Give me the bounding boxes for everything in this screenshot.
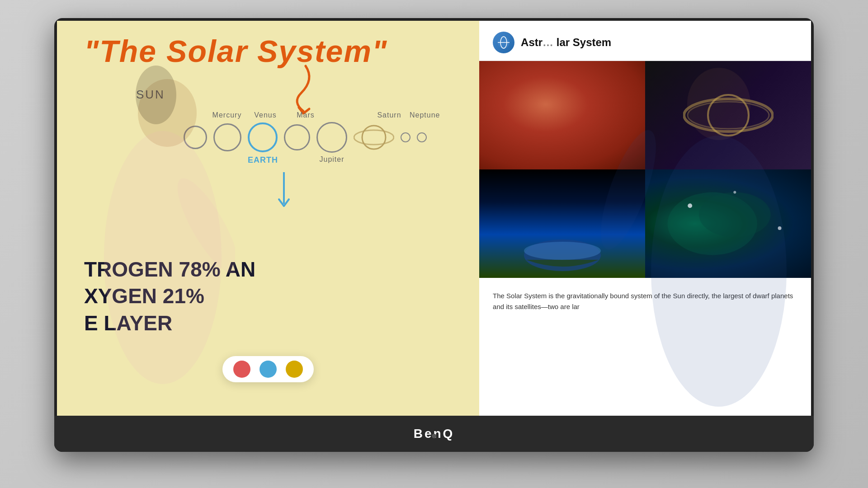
sun-label: Sun <box>136 88 165 102</box>
earth-arrow-svg <box>273 170 295 211</box>
planet-saturn <box>354 124 394 151</box>
article-images-grid <box>479 61 811 278</box>
article-text: The Solar System is the gravitationally … <box>479 278 811 321</box>
planets-circles <box>184 122 475 153</box>
monitor: "The Solar System" Sun Mercury Venus <box>54 18 814 452</box>
whiteboard-panel[interactable]: "The Solar System" Sun Mercury Venus <box>57 21 479 418</box>
text-line-3: E LAYER <box>84 310 255 337</box>
planet-bottom-labels: EARTH Jupiter <box>184 155 475 165</box>
image-red-planet <box>479 61 645 169</box>
planet-uranus <box>417 132 427 142</box>
color-red[interactable] <box>233 361 250 378</box>
planet-mercury <box>184 126 207 149</box>
label-jupiter: Jupiter <box>316 155 347 164</box>
planet-top-labels: Mercury Venus Mars Saturn Neptune <box>184 111 475 119</box>
planet-mars <box>284 124 310 150</box>
svg-point-13 <box>688 203 692 208</box>
planet-venus <box>213 123 241 151</box>
svg-point-7 <box>688 102 769 129</box>
svg-point-1 <box>362 126 386 149</box>
label-earth: EARTH <box>248 155 278 165</box>
article-title-suffix: lar System <box>553 36 611 48</box>
camera-dot <box>432 434 436 438</box>
svg-point-6 <box>684 99 773 131</box>
planet-jupiter <box>316 122 347 153</box>
planet-earth <box>248 122 278 152</box>
monitor-screen: "The Solar System" Sun Mercury Venus <box>57 21 811 418</box>
content-panel: Astr… lar System <box>479 21 811 418</box>
image-saturn <box>645 61 811 169</box>
article-body: The Solar System is the gravitationally … <box>493 291 797 312</box>
planet-neptune <box>401 132 410 142</box>
svg-point-10 <box>524 242 601 260</box>
label-mars: Mars <box>288 111 324 119</box>
article-icon <box>493 32 514 53</box>
svg-point-15 <box>778 226 782 230</box>
label-venus: Venus <box>248 111 283 119</box>
label-mercury: Mercury <box>211 111 243 119</box>
color-yellow[interactable] <box>286 361 303 378</box>
planets-section: Mercury Venus Mars Saturn Neptune <box>184 111 475 165</box>
color-blue[interactable] <box>259 361 277 378</box>
text-line-2: XYGEN 21% <box>84 283 255 310</box>
image-earth-space <box>479 169 645 278</box>
scene: "The Solar System" Sun Mercury Venus <box>0 0 868 488</box>
color-picker-toolbar[interactable] <box>222 356 314 382</box>
article-header: Astr… lar System <box>479 21 811 61</box>
article-title-ellipsis: … <box>542 36 553 48</box>
red-planet-surface <box>479 61 645 169</box>
label-neptune: Neptune <box>410 111 432 119</box>
article-title-text: Astr <box>521 36 542 48</box>
svg-point-12 <box>699 192 771 237</box>
text-line-1: TROGEN 78% AN <box>84 256 255 283</box>
nebula-surface <box>645 169 811 278</box>
svg-point-14 <box>733 191 736 194</box>
whiteboard-bottom-text: TROGEN 78% AN XYGEN 21% E LAYER <box>84 256 255 337</box>
article-title: Astr… lar System <box>521 36 611 49</box>
image-nebula <box>645 169 811 278</box>
label-saturn: Saturn <box>369 111 410 119</box>
svg-point-0 <box>354 130 394 145</box>
